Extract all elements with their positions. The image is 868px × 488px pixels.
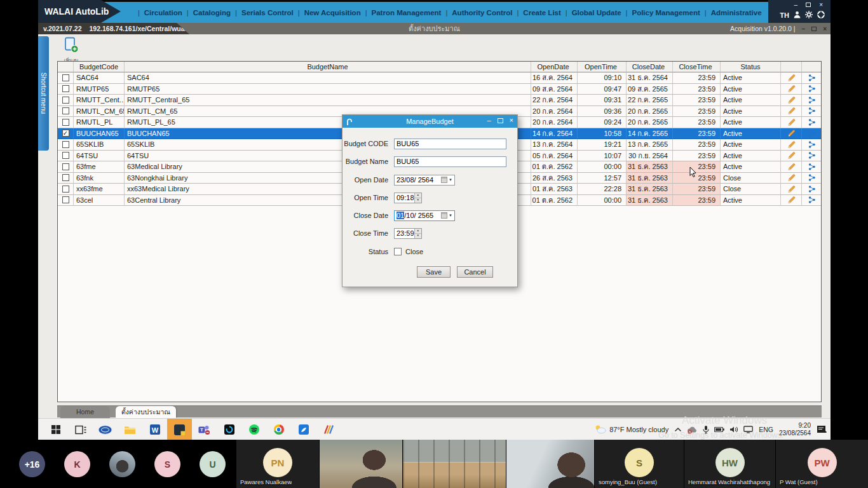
row-checkbox[interactable]: [62, 74, 69, 81]
dialog-titlebar[interactable]: ManageBudget – ×: [342, 115, 517, 128]
table-row[interactable]: RMUTT_Cent...RMUTT_Central_6522 ก.ค. 256…: [58, 95, 821, 106]
row-checkbox[interactable]: [62, 141, 69, 148]
budget-code-input[interactable]: [394, 139, 506, 149]
close-date-input[interactable]: 01/10/ 2565 ▼: [394, 210, 455, 221]
row-checkbox[interactable]: [62, 186, 69, 193]
budget-name-input[interactable]: [394, 156, 506, 167]
dialog-minimize-button[interactable]: –: [487, 117, 491, 124]
header-close_time[interactable]: CloseTime: [673, 62, 721, 72]
menu-item-global-update[interactable]: Global Update: [572, 9, 621, 17]
video-tile[interactable]: [320, 440, 402, 488]
help-lifesaver-icon[interactable]: [817, 10, 825, 21]
taskbar-app-webex-icon[interactable]: [217, 419, 241, 440]
edit-pencil-icon[interactable]: [787, 85, 796, 93]
edit-pencil-icon[interactable]: [787, 185, 796, 193]
close-time-input[interactable]: 23:59 ▲▼: [394, 228, 422, 239]
header-close_date[interactable]: CloseDate: [627, 62, 673, 72]
header-code[interactable]: BudgetCode: [74, 62, 125, 72]
assign-branch-icon[interactable]: [808, 140, 816, 149]
avatar-16[interactable]: +16: [19, 451, 45, 477]
assign-branch-icon[interactable]: [808, 107, 816, 115]
assign-branch-icon[interactable]: [808, 163, 816, 171]
row-checkbox[interactable]: ✓: [62, 130, 69, 137]
taskbar-app-task-view-icon[interactable]: [68, 419, 93, 440]
participant-tile[interactable]: HWHemmarat Wachirahatthapong (Gu...: [684, 440, 775, 488]
menu-item-administrative-tool[interactable]: Administrative Tool: [711, 9, 764, 17]
spinner-down-icon[interactable]: ▼: [415, 234, 421, 238]
action-center-icon[interactable]: [817, 425, 827, 434]
video-tile[interactable]: [403, 440, 506, 488]
taskbar-app-blue-app-icon[interactable]: [291, 419, 316, 440]
edit-pencil-icon[interactable]: [787, 163, 796, 171]
taskbar-app-file-explorer-icon[interactable]: [118, 419, 142, 440]
dropdown-arrow-icon[interactable]: ▼: [449, 214, 452, 217]
taskbar-app-autolib-icon[interactable]: [167, 419, 192, 440]
status-close-checkbox[interactable]: [394, 248, 402, 255]
module-close-button[interactable]: ×: [823, 25, 827, 32]
row-checkbox[interactable]: [62, 97, 69, 104]
assign-branch-icon[interactable]: [808, 74, 816, 82]
weather-widget[interactable]: 87°F Mostly cloudy: [594, 424, 668, 435]
assign-branch-icon[interactable]: [808, 196, 816, 204]
row-checkbox[interactable]: [62, 152, 69, 159]
menu-item-authority-control[interactable]: Authority Control: [452, 9, 512, 17]
menu-item-patron-management[interactable]: Patron Management: [372, 9, 442, 17]
language-label[interactable]: TH: [780, 11, 789, 19]
assign-branch-icon[interactable]: [808, 129, 816, 137]
row-checkbox[interactable]: [62, 196, 69, 203]
avatar-photo[interactable]: [109, 451, 135, 477]
header-open_date[interactable]: OpenDate: [531, 62, 578, 72]
participant-tile[interactable]: PNPawares Nualkaew: [236, 440, 319, 488]
menu-item-cataloging[interactable]: Cataloging: [193, 9, 231, 17]
header-open_time[interactable]: OpenTime: [578, 62, 627, 72]
assign-branch-icon[interactable]: [808, 151, 816, 159]
edit-pencil-icon[interactable]: [787, 118, 796, 126]
edit-pencil-icon[interactable]: [787, 196, 796, 204]
taskbar-app-word-icon[interactable]: W: [142, 419, 167, 440]
row-checkbox[interactable]: [62, 85, 69, 92]
row-checkbox[interactable]: [62, 107, 69, 114]
edit-pencil-icon[interactable]: [787, 151, 796, 159]
taskbar-app-chrome-icon[interactable]: [266, 419, 291, 440]
menu-item-policy-management[interactable]: Policy Management: [632, 9, 700, 17]
taskbar-app-teams-icon[interactable]: T: [192, 419, 217, 440]
edit-pencil-icon[interactable]: [787, 96, 796, 104]
dropdown-arrow-icon[interactable]: ▼: [449, 178, 452, 182]
spinner-down-icon[interactable]: ▼: [415, 198, 421, 203]
participant-tile[interactable]: PWP Wat (Guest): [776, 440, 868, 488]
edit-pencil-icon[interactable]: [787, 129, 796, 137]
dialog-close-button[interactable]: ×: [510, 117, 513, 124]
open-time-input[interactable]: 09:18 ▲▼: [394, 193, 422, 203]
edit-pencil-icon[interactable]: [787, 173, 796, 182]
menu-item-serials-control[interactable]: Serials Control: [241, 9, 294, 17]
avatar-K[interactable]: K: [64, 451, 90, 477]
menu-item-circulation[interactable]: Circulation: [144, 9, 182, 17]
shortcut-menu-tab[interactable]: Shortcut menu: [38, 36, 49, 151]
edit-pencil-icon[interactable]: [787, 140, 796, 149]
user-icon[interactable]: [794, 10, 801, 21]
avatar-S[interactable]: S: [154, 451, 180, 477]
calendar-icon[interactable]: [441, 212, 447, 219]
calendar-icon[interactable]: [441, 177, 447, 183]
avatar-U[interactable]: U: [200, 451, 226, 477]
row-checkbox[interactable]: [62, 163, 69, 170]
taskbar-app-wps-lines-icon[interactable]: [316, 419, 341, 440]
menu-item-new-acquisition[interactable]: New Acquisition: [304, 9, 361, 17]
taskbar-app-blue-badge-icon[interactable]: [93, 419, 118, 440]
participant-tile[interactable]: Ssomying_Buu (Guest): [595, 440, 684, 488]
minimize-button[interactable]: –: [794, 2, 798, 8]
spinner-up-icon[interactable]: ▲: [415, 193, 421, 198]
row-checkbox[interactable]: [62, 119, 69, 126]
edit-pencil-icon[interactable]: [787, 74, 796, 82]
edit-pencil-icon[interactable]: [787, 107, 796, 115]
taskbar-clock[interactable]: 9:20 23/08/2564: [779, 422, 811, 438]
open-date-input[interactable]: 23/08/ 2564 ▼: [394, 175, 455, 186]
taskbar-app-spotify-icon[interactable]: [241, 419, 266, 440]
assign-branch-icon[interactable]: [808, 173, 816, 182]
tab-budget-settings[interactable]: ตั้งค่างบประมาณ: [116, 406, 176, 418]
cancel-button[interactable]: Cancel: [457, 266, 493, 278]
header-status[interactable]: Status: [721, 62, 781, 72]
assign-branch-icon[interactable]: [808, 96, 816, 104]
header-name[interactable]: BudgetName: [125, 62, 531, 72]
dialog-maximize-button[interactable]: [498, 118, 503, 123]
